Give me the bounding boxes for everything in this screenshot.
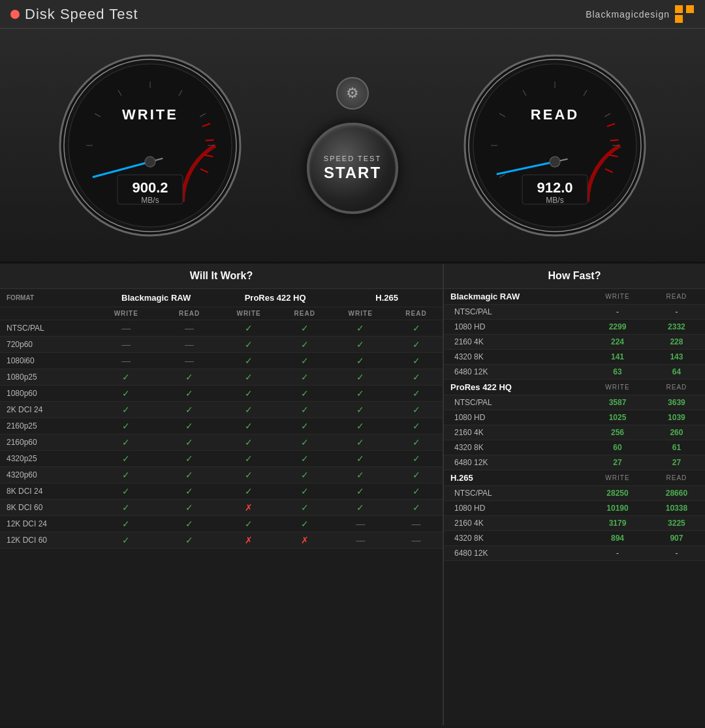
write-value: - — [587, 305, 648, 320]
write-value: 256 — [587, 425, 648, 440]
read-gauge-wrap: READ 912.0 MB/s — [463, 54, 646, 237]
list-item: Blackmagic RAW WRITE READ — [444, 289, 705, 305]
table-row: 4320p25 ✓ ✓ ✓ ✓ ✓ ✓ — [0, 451, 443, 467]
format-label: 1080p60 — [0, 386, 93, 402]
read-gauge: READ 912.0 MB/s — [463, 54, 646, 237]
format-label: 720p60 — [0, 337, 93, 353]
how-fast-label: 4320 8K — [444, 350, 587, 365]
table-row: NTSC/PAL 28250 28660 — [444, 486, 705, 501]
read-value: 3639 — [648, 395, 705, 410]
how-fast-label: 2160 4K — [444, 425, 587, 440]
table-row: 4320 8K 894 907 — [444, 531, 705, 546]
brand-sq-3 — [675, 15, 683, 23]
table-row: 12K DCI 60 ✓ ✓ ✗ ✗ — — — [0, 532, 443, 549]
how-fast-label: 1080 HD — [444, 410, 587, 425]
brand-sq-1 — [675, 5, 683, 13]
prores-header: ProRes 422 HQ — [219, 289, 331, 307]
h265-header: H.265 — [331, 289, 443, 307]
how-fast-label: NTSC/PAL — [444, 395, 587, 410]
write-value: 894 — [587, 531, 648, 546]
table-row: 1080 HD 2299 2332 — [444, 320, 705, 335]
how-fast-label: NTSC/PAL — [444, 305, 587, 320]
how-fast-table: Blackmagic RAW WRITE READ NTSC/PAL - - 1… — [444, 289, 705, 561]
start-button[interactable]: SPEED TEST START — [307, 123, 398, 214]
write-value: 63 — [587, 365, 648, 380]
app-title: Disk Speed Test — [25, 6, 138, 23]
svg-text:900.2: 900.2 — [132, 179, 168, 196]
table-row: NTSC/PAL — — ✓ ✓ ✓ ✓ — [0, 320, 443, 337]
read-value: 228 — [648, 335, 705, 350]
svg-text:MB/s: MB/s — [546, 196, 563, 205]
gear-button[interactable]: ⚙ — [336, 77, 369, 110]
read-value: 3225 — [648, 516, 705, 531]
gauge-section: WRITE 900.2 MB/s ⚙ SPEED TEST START — [0, 29, 705, 264]
svg-line-34 — [610, 140, 619, 140]
how-fast-label: 1080 HD — [444, 320, 587, 335]
table-row: 1080 HD 1025 1039 — [444, 410, 705, 425]
svg-text:READ: READ — [531, 106, 579, 123]
read-value: 143 — [648, 350, 705, 365]
how-fast-label: 2160 4K — [444, 335, 587, 350]
format-label: 4320p25 — [0, 451, 93, 467]
table-row: 6480 12K 63 64 — [444, 365, 705, 380]
how-fast-panel: How Fast? Blackmagic RAW WRITE READ NTSC… — [444, 264, 705, 725]
read-value: - — [648, 305, 705, 320]
how-fast-group-label: Blackmagic RAW — [444, 289, 587, 305]
table-row: 1080p60 ✓ ✓ ✓ ✓ ✓ ✓ — [0, 386, 443, 402]
write-value: 27 — [587, 455, 648, 470]
table-row: 4320 8K 60 61 — [444, 440, 705, 455]
how-fast-label: 6480 12K — [444, 546, 587, 561]
table-row: 2160 4K 256 260 — [444, 425, 705, 440]
read-value: 64 — [648, 365, 705, 380]
write-value: 224 — [587, 335, 648, 350]
write-value: 10190 — [587, 501, 648, 516]
read-value: - — [648, 546, 705, 561]
table-row: 8K DCI 60 ✓ ✓ ✗ ✓ ✓ ✓ — [0, 500, 443, 516]
format-label: 2160p25 — [0, 418, 93, 434]
table-row: 1080 HD 10190 10338 — [444, 501, 705, 516]
table-row: 12K DCI 24 ✓ ✓ ✓ ✓ — — — [0, 516, 443, 532]
write-value: 1025 — [587, 410, 648, 425]
format-label: 1080i60 — [0, 353, 93, 369]
how-fast-group-label: H.265 — [444, 470, 587, 486]
how-fast-label: 4320 8K — [444, 531, 587, 546]
read-value: 1039 — [648, 410, 705, 425]
close-button[interactable] — [10, 10, 20, 19]
table-row: 6480 12K 27 27 — [444, 455, 705, 470]
write-value: 60 — [587, 440, 648, 455]
blackmagic-raw-header: Blackmagic RAW — [93, 289, 219, 307]
read-value: 260 — [648, 425, 705, 440]
how-fast-label: NTSC/PAL — [444, 486, 587, 501]
title-bar: Disk Speed Test Blackmagicdesign — [0, 0, 705, 29]
table-row: 720p60 — — ✓ ✓ ✓ ✓ — [0, 337, 443, 353]
write-value: - — [587, 546, 648, 561]
how-fast-label: 4320 8K — [444, 440, 587, 455]
svg-line-12 — [206, 140, 214, 140]
format-label: 12K DCI 24 — [0, 516, 93, 532]
read-value: 2332 — [648, 320, 705, 335]
table-row: 2160 4K 224 228 — [444, 335, 705, 350]
svg-text:MB/s: MB/s — [141, 196, 159, 205]
svg-text:912.0: 912.0 — [537, 179, 572, 196]
read-value: 10338 — [648, 501, 705, 516]
read-value: 61 — [648, 440, 705, 455]
read-value: 907 — [648, 531, 705, 546]
table-row: 2160p25 ✓ ✓ ✓ ✓ ✓ ✓ — [0, 418, 443, 434]
write-value: 28250 — [587, 486, 648, 501]
title-bar-left: Disk Speed Test — [10, 6, 138, 23]
format-col-header: FORMAT — [0, 289, 93, 307]
table-row: 1080i60 — — ✓ ✓ ✓ ✓ — [0, 353, 443, 369]
write-value: 2299 — [587, 320, 648, 335]
list-item: ProRes 422 HQ WRITE READ — [444, 380, 705, 395]
table-row: 2160 4K 3179 3225 — [444, 516, 705, 531]
will-it-work-table: FORMAT Blackmagic RAW ProRes 422 HQ H.26… — [0, 289, 443, 549]
table-row: 6480 12K - - — [444, 546, 705, 561]
how-fast-header: How Fast? — [444, 264, 705, 289]
table-row: 8K DCI 24 ✓ ✓ ✓ ✓ ✓ ✓ — [0, 483, 443, 500]
format-label: 4320p60 — [0, 467, 93, 483]
format-label: 12K DCI 60 — [0, 532, 93, 549]
table-section: Will It Work? FORMAT Blackmagic RAW ProR… — [0, 264, 705, 725]
format-label: NTSC/PAL — [0, 320, 93, 337]
will-it-work-panel: Will It Work? FORMAT Blackmagic RAW ProR… — [0, 264, 444, 725]
how-fast-group-label: ProRes 422 HQ — [444, 380, 587, 395]
